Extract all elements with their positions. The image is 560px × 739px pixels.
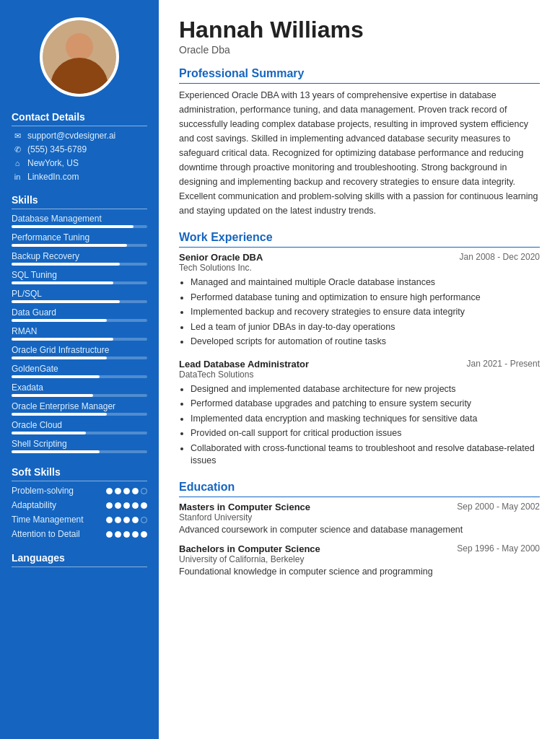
- linkedin-icon: in: [12, 172, 23, 181]
- job-company: Tech Solutions Inc.: [179, 263, 540, 273]
- skill-bar-bg: [12, 394, 147, 397]
- bullet-item: Implemented data encryption and masking …: [191, 413, 540, 426]
- soft-skills-title: Soft Skills: [12, 466, 147, 481]
- skill-item: Oracle Cloud: [12, 420, 147, 434]
- job-dates: Jan 2008 - Dec 2020: [460, 252, 540, 262]
- summary-title: Professional Summary: [179, 67, 540, 84]
- skill-bar-bg: [12, 319, 147, 322]
- phone-icon: ✆: [12, 145, 23, 154]
- dot: [132, 517, 139, 523]
- contact-title: Contact Details: [12, 111, 147, 126]
- edu-desc: Foundational knowledge in computer scien…: [179, 567, 540, 577]
- edu-item: Bachelors in Computer Science Sep 1996 -…: [179, 543, 540, 577]
- skill-bar-bg: [12, 300, 147, 303]
- soft-skill-item: Adaptability: [12, 500, 147, 510]
- soft-skills-section: Soft Skills Problem-solving Adaptability…: [0, 466, 159, 543]
- soft-skill-name: Time Management: [12, 515, 106, 525]
- skill-item: Database Management: [12, 214, 147, 228]
- dot: [115, 502, 121, 509]
- contact-email: ✉ support@cvdesigner.ai: [12, 131, 147, 141]
- skill-bar-fill: [12, 394, 93, 397]
- skill-name: GoldenGate: [12, 364, 147, 374]
- skill-bar-bg: [12, 225, 147, 228]
- skill-item: Performance Tuning: [12, 232, 147, 247]
- skill-item: Oracle Enterprise Manager: [12, 401, 147, 416]
- bullet-item: Led a team of junior DBAs in day-to-day …: [191, 321, 540, 334]
- bullet-item: Performed database upgrades and patching…: [191, 398, 540, 411]
- soft-skill-item: Problem-solving: [12, 486, 147, 496]
- education-title: Education: [179, 481, 540, 497]
- skill-name: Oracle Enterprise Manager: [12, 401, 147, 411]
- job-dates: Jan 2021 - Present: [467, 359, 540, 369]
- edu-school: University of California, Berkeley: [179, 554, 540, 564]
- dot: [123, 517, 130, 523]
- skill-dots: [106, 488, 147, 494]
- dot: [141, 488, 147, 494]
- skill-name: Shell Scripting: [12, 439, 147, 449]
- edu-degree: Masters in Computer Science: [179, 502, 310, 512]
- edu-desc: Advanced coursework in computer science …: [179, 525, 540, 535]
- job-title: Senior Oracle DBA: [179, 252, 263, 263]
- skill-name: Performance Tuning: [12, 232, 147, 242]
- skill-item: Data Guard: [12, 307, 147, 322]
- soft-skill-item: Attention to Detail: [12, 529, 147, 539]
- skill-name: SQL Tuning: [12, 270, 147, 280]
- experience-section: Work Experience Senior Oracle DBA Jan 20…: [179, 231, 540, 468]
- skill-name: RMAN: [12, 326, 147, 336]
- skill-bar-bg: [12, 413, 147, 416]
- skill-bar-bg: [12, 263, 147, 266]
- job-bullets: Managed and maintained multiple Oracle d…: [179, 276, 540, 349]
- job-title: Lead Database Administrator: [179, 359, 309, 370]
- edu-header: Bachelors in Computer Science Sep 1996 -…: [179, 543, 540, 554]
- bullet-item: Implemented backup and recovery strategi…: [191, 306, 540, 319]
- skill-name: Database Management: [12, 214, 147, 224]
- skill-item: Backup Recovery: [12, 251, 147, 266]
- skill-bar-bg: [12, 375, 147, 378]
- soft-skills-list: Problem-solving Adaptability Time Manage…: [12, 486, 147, 539]
- dot: [132, 531, 139, 538]
- sidebar: Contact Details ✉ support@cvdesigner.ai …: [0, 0, 159, 739]
- bullet-item: Designed and implemented database archit…: [191, 383, 540, 396]
- contact-phone: ✆ (555) 345-6789: [12, 144, 147, 154]
- skill-bar-fill: [12, 281, 113, 284]
- edu-school: Stanford University: [179, 512, 540, 522]
- education-section: Education Masters in Computer Science Se…: [179, 481, 540, 577]
- dot: [123, 531, 130, 538]
- dot: [141, 502, 147, 509]
- skill-item: PL/SQL: [12, 289, 147, 303]
- bullet-item: Provided on-call support for critical pr…: [191, 427, 540, 440]
- skill-bar-fill: [12, 357, 107, 359]
- skill-name: Data Guard: [12, 307, 147, 318]
- languages-section: Languages: [0, 552, 159, 572]
- dot: [115, 517, 121, 523]
- skill-name: Backup Recovery: [12, 251, 147, 261]
- soft-skill-item: Time Management: [12, 515, 147, 525]
- contact-location: ⌂ NewYork, US: [12, 158, 147, 168]
- main-content: Hannah Williams Oracle Dba Professional …: [159, 0, 560, 739]
- person-name: Hannah Williams: [179, 17, 540, 43]
- skill-item: RMAN: [12, 326, 147, 341]
- job-bullets: Designed and implemented database archit…: [179, 383, 540, 468]
- bullet-item: Collaborated with cross-functional teams…: [191, 442, 540, 468]
- education-list: Masters in Computer Science Sep 2000 - M…: [179, 502, 540, 577]
- experience-title: Work Experience: [179, 231, 540, 248]
- skill-item: GoldenGate: [12, 364, 147, 378]
- skills-section: Skills Database Management Performance T…: [0, 194, 159, 458]
- bullet-item: Performed database tuning and optimizati…: [191, 292, 540, 305]
- skill-name: Exadata: [12, 382, 147, 393]
- edu-dates: Sep 2000 - May 2002: [457, 502, 540, 512]
- skill-name: Oracle Cloud: [12, 420, 147, 430]
- dot: [141, 517, 147, 523]
- skill-bar-bg: [12, 244, 147, 247]
- skill-dots: [106, 502, 147, 509]
- email-icon: ✉: [12, 131, 23, 141]
- skill-bar-bg: [12, 357, 147, 359]
- skill-bar-bg: [12, 450, 147, 453]
- person-title: Oracle Dba: [179, 44, 540, 56]
- skill-item: Exadata: [12, 382, 147, 397]
- languages-title: Languages: [12, 552, 147, 567]
- bullet-item: Managed and maintained multiple Oracle d…: [191, 276, 540, 289]
- skill-bar-fill: [12, 300, 120, 303]
- skills-list: Database Management Performance Tuning B…: [12, 214, 147, 453]
- dot: [141, 531, 147, 538]
